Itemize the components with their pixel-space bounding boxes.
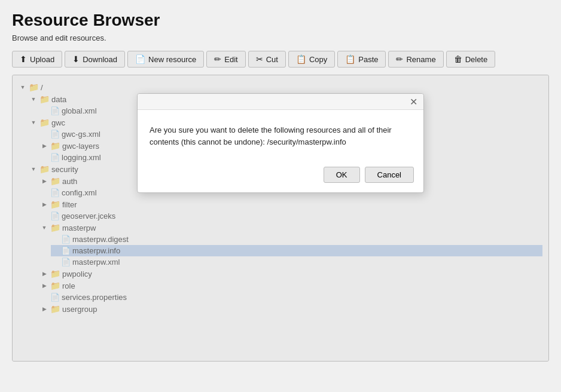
download-icon: ⬇ [72,54,80,64]
cancel-button[interactable]: Cancel [365,167,414,183]
paste-button[interactable]: 📋 Paste [337,51,386,68]
page-title: Resource Browser [12,11,549,30]
upload-label: Upload [30,55,54,64]
cut-button[interactable]: ✂ Cut [248,51,286,68]
download-button[interactable]: ⬇ Download [65,51,125,68]
copy-button[interactable]: 📋 Copy [288,51,335,68]
edit-button[interactable]: ✏ Edit [206,51,245,68]
new-resource-icon: 📄 [135,54,145,64]
file-browser: ✕ Are you sure you want to delete the fo… [12,75,549,362]
modal-message: Are you sure you want to delete the foll… [150,125,392,146]
paste-icon: 📋 [345,54,355,64]
rename-label: Rename [406,55,435,64]
rename-button[interactable]: ✏ Rename [388,51,443,68]
download-label: Download [83,55,117,64]
edit-label: Edit [224,55,237,64]
new-resource-label: New resource [148,55,196,64]
delete-icon: 🗑 [454,54,462,64]
delete-confirm-dialog: ✕ Are you sure you want to delete the fo… [137,93,424,193]
modal-footer: OK Cancel [138,160,423,192]
ok-button[interactable]: OK [324,167,360,183]
new-resource-button[interactable]: 📄 New resource [127,51,204,68]
cut-icon: ✂ [256,54,263,64]
upload-icon: ⬆ [20,54,27,64]
page: Resource Browser Browse and edit resourc… [0,0,561,392]
upload-button[interactable]: ⬆ Upload [12,51,62,68]
edit-icon: ✏ [214,54,221,64]
modal-close-button[interactable]: ✕ [408,97,419,107]
modal-overlay: ✕ Are you sure you want to delete the fo… [13,75,548,361]
toolbar: ⬆ Upload ⬇ Download 📄 New resource ✏ Edi… [12,51,549,68]
delete-button[interactable]: 🗑 Delete [446,51,496,68]
copy-icon: 📋 [296,54,306,64]
rename-icon: ✏ [396,54,403,64]
cut-label: Cut [266,55,278,64]
delete-label: Delete [465,55,488,64]
modal-header: ✕ [138,94,423,110]
page-subtitle: Browse and edit resources. [12,33,549,42]
paste-label: Paste [358,55,378,64]
copy-label: Copy [309,55,327,64]
modal-body: Are you sure you want to delete the foll… [138,110,423,160]
